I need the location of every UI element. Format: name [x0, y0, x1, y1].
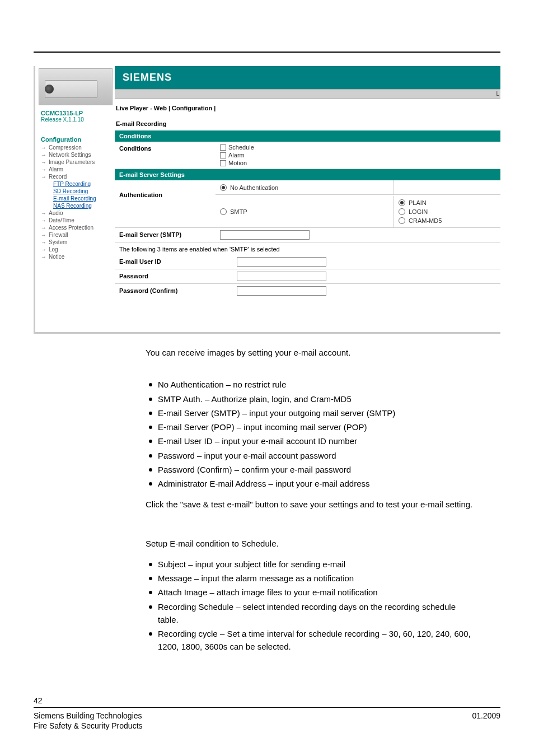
list-item: Recording Schedule – select intended rec…: [146, 600, 478, 627]
sidebar-item-system[interactable]: System: [41, 239, 115, 246]
smtp-server-input[interactable]: [220, 230, 310, 240]
sidebar-item-image-parameters[interactable]: Image Parameters: [41, 158, 115, 166]
password-label: Password: [119, 272, 237, 279]
radio-login[interactable]: LOGIN: [399, 208, 496, 215]
list-item: Message – input the alarm message as a n…: [146, 572, 478, 585]
doc-para-save-test: Click the "save & test e-mail" button to…: [146, 498, 478, 511]
doc-para-schedule: Setup E-mail condition to Schedule.: [146, 537, 478, 550]
password-confirm-label: Password (Confirm): [119, 286, 237, 294]
doc-list-2: Subject – input your subject title for s…: [146, 558, 478, 654]
sidebar-item-alarm[interactable]: Alarm: [41, 166, 115, 173]
list-item: Password (Confirm) – confirm your e-mail…: [146, 463, 478, 476]
list-item: No Authentication – no restrict rule: [146, 378, 478, 391]
radio-plain[interactable]: PLAIN: [399, 199, 496, 206]
password-input[interactable]: [237, 272, 326, 281]
page-number: 42: [34, 696, 500, 705]
list-item: SMTP Auth. – Authorize plain, login, and…: [146, 393, 478, 405]
list-item: Recording cycle – Set a time interval fo…: [146, 627, 478, 654]
product-model: CCMC1315-LP: [41, 110, 115, 116]
user-id-label: E-mail User ID: [119, 257, 237, 265]
sidebar-item-network-settings[interactable]: Network Settings: [41, 151, 115, 158]
config-screenshot: CCMC1315-LP Release X.1.1.10 Configurati…: [34, 66, 500, 334]
page-footer: 42 Siemens Building Technologies Fire Sa…: [34, 696, 500, 730]
list-item: Subject – input your subject title for s…: [146, 558, 478, 571]
list-item: Attach Image – attach image files to you…: [146, 586, 478, 599]
document-body: You can receive images by setting your e…: [146, 344, 478, 661]
sidebar-item-nas-recording[interactable]: NAS Recording: [41, 202, 115, 209]
server-settings-bar: E-mail Server Settings: [115, 169, 500, 180]
sidebar-item-audio[interactable]: Audio: [41, 209, 115, 217]
sub-banner: L: [115, 89, 500, 99]
checkbox-motion[interactable]: Motion: [220, 160, 498, 166]
list-item: E-mail Server (POP) – input incoming mai…: [146, 421, 478, 433]
sidebar-item-log[interactable]: Log: [41, 246, 115, 253]
smtp-note: The following 3 items are enabled when '…: [115, 242, 500, 255]
radio-smtp[interactable]: SMTP: [220, 208, 247, 215]
breadcrumb: Live Player - Web | Configuration |: [115, 99, 500, 116]
sidebar: CCMC1315-LP Release X.1.1.10 Configurati…: [35, 66, 115, 332]
sidebar-item-compression[interactable]: Compression: [41, 144, 115, 151]
product-release: Release X.1.1.10: [41, 116, 115, 123]
list-item: E-mail User ID – input your e-mail accou…: [146, 435, 478, 447]
brand-banner: SIEMENS: [115, 66, 500, 89]
footer-date: 01.2009: [472, 711, 500, 730]
checkbox-schedule[interactable]: Schedule: [220, 144, 498, 151]
list-item: Password – input your e-mail account pas…: [146, 449, 478, 462]
sidebar-item-datetime[interactable]: Date/Time: [41, 217, 115, 224]
sidebar-item-ftp-recording[interactable]: FTP Recording: [41, 180, 115, 188]
sidebar-item-firewall[interactable]: Firewall: [41, 231, 115, 239]
footer-company: Siemens Building Technologies: [34, 711, 143, 720]
sidebar-item-notice[interactable]: Notice: [41, 253, 115, 260]
doc-list-1: No Authentication – no restrict rule SMT…: [146, 378, 478, 490]
radio-cram-md5[interactable]: CRAM-MD5: [399, 217, 496, 224]
smtp-server-label: E-mail Server (SMTP): [119, 230, 220, 238]
list-item: Administrator E-mail Address – input you…: [146, 477, 478, 490]
list-item: E-mail Server (SMTP) – input your outgoi…: [146, 407, 478, 419]
sidebar-heading: Configuration: [35, 124, 115, 144]
user-id-input[interactable]: [237, 257, 326, 267]
camera-thumbnail: [39, 68, 113, 105]
sidebar-item-sd-recording[interactable]: SD Recording: [41, 188, 115, 195]
password-confirm-input[interactable]: [237, 286, 326, 296]
sidebar-item-record[interactable]: Record: [41, 173, 115, 180]
conditions-label: Conditions: [119, 144, 220, 152]
checkbox-alarm[interactable]: Alarm: [220, 152, 498, 158]
radio-no-authentication[interactable]: No Authentication: [220, 184, 278, 191]
authentication-label: Authentication: [115, 180, 216, 198]
top-rule: [34, 52, 500, 53]
sidebar-item-email-recording[interactable]: E-mail Recording: [41, 195, 115, 202]
conditions-bar: Conditions: [115, 130, 500, 142]
doc-intro: You can receive images by setting your e…: [146, 346, 478, 359]
footer-division: Fire Safety & Security Products: [34, 721, 143, 730]
page-title: E-mail Recording: [115, 116, 500, 130]
sidebar-item-access-protection[interactable]: Access Protection: [41, 224, 115, 231]
